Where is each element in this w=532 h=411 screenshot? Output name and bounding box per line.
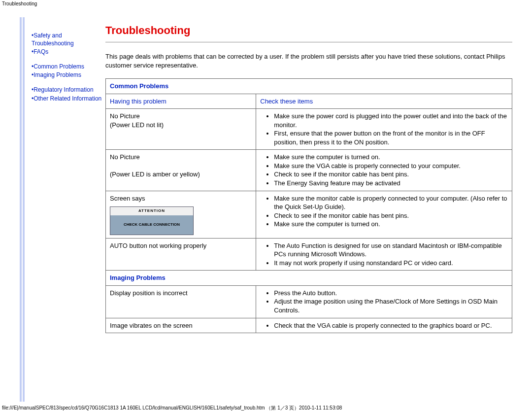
col-head-right: Check these items	[256, 94, 512, 109]
table-row: AUTO button not working properly The Aut…	[106, 238, 512, 271]
problem-cell: No Picture (Power LED not lit)	[106, 109, 256, 150]
list-item: First, ensure that the power button on t…	[274, 129, 508, 146]
list-item: Check that the VGA cable is properly con…	[274, 321, 508, 330]
list-item: The Energy Saving feature may be activat…	[274, 179, 508, 188]
section-head-imaging: Imaging Problems	[106, 271, 512, 286]
list-item: Make sure the computer is turned on.	[274, 153, 508, 162]
table-row: Display position is incorrect Press the …	[106, 285, 512, 318]
table-row: No Picture (Power LED not lit) Make sure…	[106, 109, 512, 150]
attention-title: ATTENTION	[110, 207, 193, 215]
col-head-left: Having this problem	[106, 94, 256, 109]
problem-cell: Screen says ATTENTION CHECK CABLE CONNEC…	[106, 191, 256, 238]
table-row: Image vibrates on the screen Check that …	[106, 318, 512, 333]
list-item: Press the Auto button.	[274, 289, 508, 298]
list-item: Make sure the monitor cable is properly …	[274, 194, 508, 211]
intro-text: This page deals with problems that can b…	[105, 52, 512, 69]
solution-cell: Make sure the power cord is plugged into…	[256, 109, 512, 150]
solution-cell: Press the Auto button. Adjust the image …	[256, 285, 512, 318]
page-title: Troubleshooting	[105, 24, 512, 37]
attention-message: CHECK CABLE CONNECTION	[110, 215, 193, 235]
solution-cell: The Auto Function is designed for use on…	[256, 238, 512, 271]
problem-cell: Image vibrates on the screen	[106, 318, 256, 333]
table-row: Screen says ATTENTION CHECK CABLE CONNEC…	[106, 191, 512, 238]
decorative-bars	[20, 17, 25, 402]
table-row: Imaging Problems	[106, 271, 512, 286]
attention-box: ATTENTION CHECK CABLE CONNECTION	[110, 206, 194, 235]
sidebar-link-faqs[interactable]: •FAQs	[32, 48, 105, 56]
solution-cell: Make sure the computer is turned on. Mak…	[256, 150, 512, 191]
problem-cell: Display position is incorrect	[106, 285, 256, 318]
sidebar-link-imaging[interactable]: •Imaging Problems	[32, 71, 105, 79]
list-item: Make sure the power cord is plugged into…	[274, 112, 508, 129]
list-item: Make sure the VGA cable is properly conn…	[274, 162, 508, 171]
problem-cell: AUTO button not working properly	[106, 238, 256, 271]
sidebar-link-other[interactable]: •Other Related Information	[32, 95, 105, 103]
list-item: It may not work properly if using nonsta…	[274, 259, 508, 268]
list-item: Adjust the image position using the Phas…	[274, 297, 508, 314]
solution-cell: Make sure the monitor cable is properly …	[256, 191, 512, 238]
sidebar: •Safety and Troubleshooting •FAQs •Commo…	[32, 17, 105, 402]
sidebar-link-common[interactable]: •Common Problems	[32, 63, 105, 71]
list-item: Check to see if the monitor cable has be…	[274, 170, 508, 179]
table-row: Having this problem Check these items	[106, 94, 512, 109]
solution-cell: Check that the VGA cable is properly con…	[256, 318, 512, 333]
divider	[105, 42, 512, 42]
sidebar-link-regulatory[interactable]: •Regulatory Information	[32, 86, 105, 94]
main-content: Troubleshooting This page deals with pro…	[105, 17, 512, 402]
section-head-common: Common Problems	[106, 79, 512, 94]
table-row: Common Problems	[106, 79, 512, 94]
breadcrumb: Troubleshooting	[0, 0, 532, 7]
list-item: Check to see if the monitor cable has be…	[274, 211, 508, 220]
list-item: Make sure the computer is turned on.	[274, 220, 508, 229]
footer-path: file:///E|/manualSPEC/813/spec/cd/16/Q70…	[0, 404, 532, 411]
list-item: The Auto Function is designed for use on…	[274, 241, 508, 259]
problem-cell: No Picture (Power LED is amber or yellow…	[106, 150, 256, 191]
troubleshoot-table: Common Problems Having this problem Chec…	[105, 78, 512, 333]
table-row: No Picture (Power LED is amber or yellow…	[106, 150, 512, 191]
sidebar-link-safety[interactable]: •Safety and Troubleshooting	[32, 32, 105, 47]
page-container: •Safety and Troubleshooting •FAQs •Commo…	[0, 7, 532, 404]
